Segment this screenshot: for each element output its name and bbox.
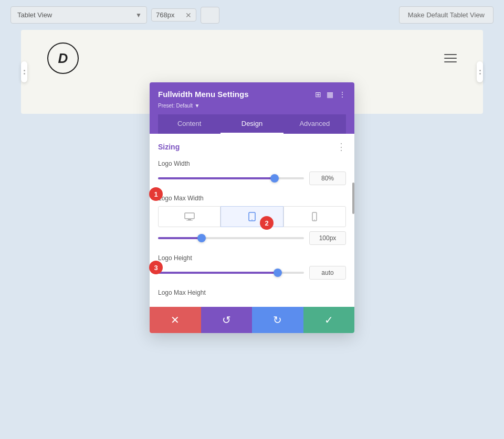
logo-height-fill (158, 272, 278, 274)
logo-max-height-field: Logo Max Height (150, 286, 354, 307)
desktop-device-btn[interactable] (158, 206, 220, 227)
tab-design[interactable]: Design (220, 114, 283, 134)
step-badge-3: 3 (149, 261, 163, 274)
panel-title: Fullwidth Menu Settings (158, 90, 249, 99)
canvas: D Fullwidth Menu Settings ⊞ ▦ (21, 30, 483, 114)
scroll-indicator (352, 183, 354, 214)
step-badge-1: 1 (149, 187, 163, 201)
view-select-wrapper: Tablet View Desktop View Phone View ▼ (10, 6, 147, 24)
logo-height-track[interactable] (158, 272, 304, 274)
device-row (158, 206, 346, 227)
expand-icon[interactable]: ⊞ (315, 90, 321, 99)
logo-max-width-field: Logo Max Width (150, 191, 354, 251)
redo-button[interactable]: ↻ (252, 307, 303, 333)
logo-height-field: Logo Height auto (150, 251, 354, 286)
canvas-nav: D (42, 42, 462, 74)
tab-content[interactable]: Content (158, 114, 220, 134)
columns-icon[interactable]: ▦ (327, 90, 333, 99)
logo-width-slider-row: 80% (158, 172, 346, 185)
top-bar: Tablet View Desktop View Phone View ▼ 76… (0, 0, 504, 30)
undo-button[interactable]: ↺ (201, 307, 253, 333)
logo-height-input[interactable]: auto (309, 266, 346, 280)
logo-max-width-thumb[interactable] (197, 234, 206, 242)
logo-max-height-label: Logo Max Height (158, 289, 346, 296)
logo-height-label: Logo Height (158, 254, 346, 262)
view-select[interactable]: Tablet View Desktop View Phone View (10, 6, 147, 24)
hamburger-icon[interactable] (444, 54, 457, 62)
tab-advanced[interactable]: Advanced (284, 114, 346, 134)
svg-rect-2 (186, 220, 193, 221)
logo-height-thumb[interactable] (274, 269, 282, 277)
clear-icon[interactable]: ✕ (185, 12, 192, 19)
sizing-section-header: Sizing ⋮ (150, 134, 354, 157)
make-default-button[interactable]: Make Default Tablet View (399, 6, 494, 24)
section-title: Sizing (158, 143, 180, 151)
logo-width-input[interactable]: 80% (309, 172, 346, 185)
step-badge-2: 2 (260, 216, 274, 230)
logo-max-width-fill (158, 237, 202, 239)
px-input-wrapper: 768px ✕ (151, 8, 196, 22)
tablet-device-btn[interactable] (220, 206, 283, 227)
preset-arrow-icon: ▼ (195, 103, 200, 109)
action-bar: ✕ ↺ ↻ ✓ (150, 307, 354, 333)
logo-max-width-label: Logo Max Width (158, 195, 346, 202)
color-swatch (201, 7, 219, 24)
confirm-button[interactable]: ✓ (303, 307, 355, 333)
logo-width-label: Logo Width (158, 160, 346, 167)
svg-point-4 (251, 219, 253, 220)
settings-panel: Fullwidth Menu Settings ⊞ ▦ ⋮ Preset: De… (150, 82, 354, 333)
panel-body: Sizing ⋮ Logo Width 80% (150, 134, 354, 333)
logo-height-slider-row: auto (158, 266, 346, 280)
logo-width-thumb[interactable] (270, 174, 279, 183)
panel-preset[interactable]: Preset: Default ▼ (158, 102, 346, 109)
more-icon[interactable]: ⋮ (339, 90, 346, 99)
panel-header-icons: ⊞ ▦ ⋮ (315, 90, 346, 99)
logo-width-fill (158, 177, 275, 179)
px-input[interactable]: 768px (156, 11, 182, 19)
panel-header: Fullwidth Menu Settings ⊞ ▦ ⋮ Preset: De… (150, 82, 354, 134)
cancel-button[interactable]: ✕ (150, 307, 201, 333)
mobile-device-btn[interactable] (284, 206, 346, 227)
main-area: D Fullwidth Menu Settings ⊞ ▦ (10, 30, 494, 114)
panel-header-top: Fullwidth Menu Settings ⊞ ▦ ⋮ (158, 90, 346, 99)
panel-tabs: Content Design Advanced (158, 114, 346, 134)
logo-width-field: Logo Width 80% (150, 157, 354, 191)
logo-max-width-track[interactable] (158, 237, 304, 239)
svg-rect-0 (185, 213, 194, 219)
left-resize-handle[interactable] (21, 61, 27, 82)
svg-point-6 (314, 219, 316, 220)
section-menu-icon[interactable]: ⋮ (337, 141, 346, 153)
divi-logo: D (47, 42, 79, 74)
right-resize-handle[interactable] (477, 61, 483, 82)
logo-max-width-slider-row: 100px (158, 231, 346, 245)
logo-width-track[interactable] (158, 177, 304, 179)
logo-max-width-input[interactable]: 100px (309, 231, 346, 245)
